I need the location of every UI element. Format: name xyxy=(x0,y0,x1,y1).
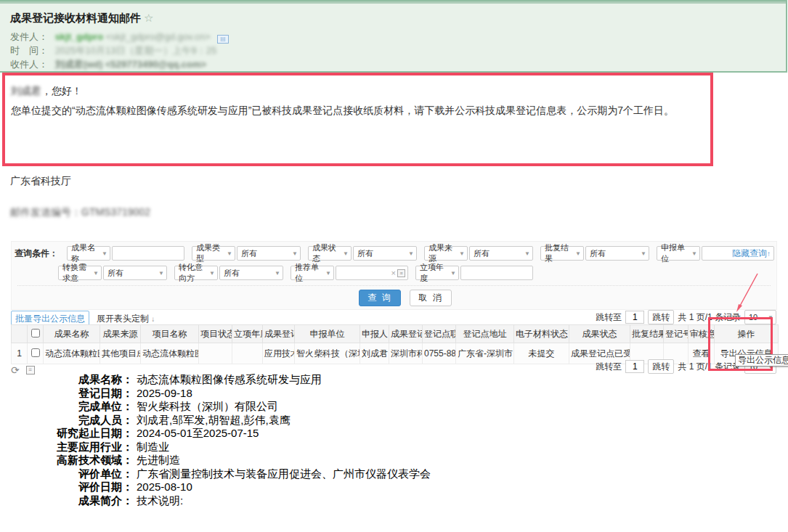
cell-checkbox xyxy=(28,343,44,364)
chevron-down-icon: ▼ xyxy=(408,250,414,257)
page: 成果登记接收材料通知邮件☆ 发件人： skjt_gdpro <skjt_gdpr… xyxy=(0,0,788,532)
time-label: 时 间： xyxy=(10,44,52,57)
field-select-transfer-intent[interactable]: 转化意向方▼ xyxy=(174,266,218,280)
query-conditions-label: 查询条件： xyxy=(15,247,58,260)
detail-row-industry: 主要应用行业：制造业 xyxy=(0,441,431,454)
record-summary: 共 1 页/1 条记录 xyxy=(678,311,741,324)
detail-row-eval-org: 评价单位：广东省测量控制技术与装备应用促进会、广州市仪器仪表学会 xyxy=(0,467,431,481)
project-year-input[interactable] xyxy=(460,266,533,280)
greeting-line: 刘成君，您好！ xyxy=(11,85,82,98)
cell-project-status xyxy=(199,343,232,364)
jump-page-input[interactable] xyxy=(625,360,644,373)
chevron-down-icon: ▼ xyxy=(459,250,465,257)
field-select-transfer-demand[interactable]: 转换需求意▼ xyxy=(58,266,102,280)
star-icon[interactable]: ☆ xyxy=(144,12,153,24)
export-tooltip: 导出公示信息 xyxy=(735,354,788,367)
detail-row-complete-people: 完成人员：刘成君,邹军发,胡智超,彭伟,袁鹰 xyxy=(0,414,431,427)
result-status-value-select[interactable]: 所有▼ xyxy=(353,246,417,261)
chevron-down-icon: ▼ xyxy=(343,250,349,257)
customize-columns-link[interactable]: 展开表头定制 ↓ xyxy=(97,313,155,325)
field-select-recommend-org[interactable]: 推荐单位▼ xyxy=(291,266,334,280)
greeting-name: 刘成君 xyxy=(11,85,41,97)
detail-row-result-name: 成果名称：动态流体颗粒图像传感系统研发与应用 xyxy=(0,373,431,387)
detail-row-research-period: 研究起止日期：2024-05-01至2025-07-15 xyxy=(0,427,431,441)
header-actions: 操作 xyxy=(715,325,779,343)
select-all-checkbox[interactable] xyxy=(31,329,40,337)
field-select-project-year[interactable]: 立项年度▼ xyxy=(415,266,459,280)
jump-button[interactable]: 跳转 xyxy=(648,310,674,324)
cell-reg-contact: 0755-886... xyxy=(423,343,456,364)
row-checkbox[interactable] xyxy=(31,348,40,357)
time-value: 2025年10月13日（星期一）上午9：25 xyxy=(55,45,217,56)
jump-label: 跳转至 xyxy=(596,311,622,324)
result-name-input[interactable] xyxy=(112,246,184,261)
annotation-box-email-body: 刘成君，您好！ 您单位提交的“动态流体颗粒图像传感系统研发与应用”已被科技成果登… xyxy=(2,73,713,166)
email-body-text: 您单位提交的“动态流体颗粒图像传感系统研发与应用”已被科技成果登记点接收纸质材料… xyxy=(11,105,704,118)
field-select-declare-org[interactable]: 申报单位▼ xyxy=(657,246,700,261)
result-type-value-select[interactable]: 所有▼ xyxy=(237,246,301,261)
jump-button[interactable]: 跳转 xyxy=(648,359,674,374)
query-group-result-type: 成果类型▼ 所有▼ xyxy=(192,246,301,261)
chevron-down-icon: ▼ xyxy=(768,314,773,321)
header-result-name: 成果名称 xyxy=(44,325,100,343)
chevron-down-icon: ▼ xyxy=(102,250,107,257)
header-declare-org: 申报单位 xyxy=(295,325,360,343)
header-project-name: 项目名称 xyxy=(141,325,199,343)
field-select-result-type[interactable]: 成果类型▼ xyxy=(192,246,235,261)
cell-declare-org-link[interactable]: 智火柴科技（深圳）有... xyxy=(295,343,360,364)
org-picker-icon[interactable]: ≡ xyxy=(397,269,405,277)
recommend-org-inputbox: × ≡ xyxy=(336,266,408,280)
query-row-2: 转换需求意▼ 所有▼ 转化意向方▼ 所有▼ 推荐单位▼ × ≡ 立项年度▼ xyxy=(58,266,533,280)
contact-card-icon[interactable]: ▤ xyxy=(217,35,229,44)
cell-result-name-link[interactable]: 动态流体颗粒图像传感... xyxy=(44,343,100,364)
header-reg-point: 成果登记点 xyxy=(389,325,423,343)
from-name: skjt_gdpro xyxy=(55,31,103,42)
email-header: 成果登记接收材料通知邮件☆ 发件人： skjt_gdpro <skjt_gdpr… xyxy=(0,0,787,73)
cell-index: 1 xyxy=(12,343,28,364)
jump-page-input[interactable] xyxy=(625,311,644,324)
transfer-intent-value-select[interactable]: 所有▼ xyxy=(219,266,283,280)
arrow-up-icon: ↑ xyxy=(767,250,771,258)
hide-query-link[interactable]: 隐藏查询↑ xyxy=(732,247,771,260)
chevron-down-icon: ▼ xyxy=(227,250,232,257)
pagination-top: 跳转至 跳转 共 1 页/1 条记录 10▼ xyxy=(596,310,776,324)
query-separator xyxy=(17,285,771,286)
header-reg-number: 登记号 xyxy=(664,325,689,343)
chevron-down-icon: ▼ xyxy=(450,270,456,277)
cell-applicant-link[interactable]: 刘成君 xyxy=(360,343,389,364)
chevron-down-icon: ▼ xyxy=(275,270,280,277)
header-index xyxy=(12,325,28,343)
search-button[interactable]: 查 询 xyxy=(359,290,401,306)
greeting-suffix: ，您好！ xyxy=(41,85,82,97)
field-select-result-status[interactable]: 成果状态▼ xyxy=(308,246,352,261)
header-project-status: 项目状态 xyxy=(199,325,232,343)
cancel-button[interactable]: 取 消 xyxy=(410,290,452,306)
query-group-approval-result: 批复结果▼ 所有▼ xyxy=(540,246,649,261)
result-details: 成果名称：动态流体颗粒图像传感系统研发与应用 登记日期：2025-09-18 完… xyxy=(0,373,431,507)
detail-row-result-intro: 成果简介：技术说明: xyxy=(0,494,431,508)
query-group-result-status: 成果状态▼ 所有▼ xyxy=(308,246,417,261)
cell-reg-point: 深圳市科技... xyxy=(389,343,423,364)
field-select-result-name[interactable]: 成果名称▼ xyxy=(67,246,110,261)
to-value: 刘成君(wd) <529773490@qq.com> xyxy=(55,59,206,70)
chevron-down-icon: ▼ xyxy=(575,250,581,257)
header-reg-contact: 登记点联系方式 xyxy=(423,325,456,343)
query-group-transfer-demand: 转换需求意▼ 所有▼ xyxy=(58,266,167,280)
query-group-project-year: 立项年度▼ xyxy=(415,266,533,280)
approval-result-value-select[interactable]: 所有▼ xyxy=(585,246,649,261)
detail-row-hightech-field: 高新技术领域：先进制造 xyxy=(0,454,431,467)
chevron-down-icon: ▼ xyxy=(641,250,646,257)
field-select-result-source[interactable]: 成果来源▼ xyxy=(424,246,468,261)
page-size-select[interactable]: 10▼ xyxy=(744,310,776,324)
result-source-value-select[interactable]: 所有▼ xyxy=(469,246,533,261)
header-reg-type: 成果登记类型 xyxy=(263,325,295,343)
query-row-1: 查询条件： 成果名称▼ 成果类型▼ 所有▼ 成果状态▼ 所有▼ 成果来源▼ 所有… xyxy=(15,246,774,261)
header-review-opinion: 审核意见 xyxy=(689,325,715,343)
query-group-result-source: 成果来源▼ 所有▼ xyxy=(424,246,533,261)
header-approval-result: 批复结果 xyxy=(630,325,664,343)
chevron-down-icon: ▼ xyxy=(691,250,697,257)
transfer-demand-value-select[interactable]: 所有▼ xyxy=(103,266,167,280)
field-select-approval-result[interactable]: 批复结果▼ xyxy=(540,246,584,261)
chevron-down-icon: ▼ xyxy=(292,250,298,257)
clear-icon[interactable]: × xyxy=(391,269,396,277)
